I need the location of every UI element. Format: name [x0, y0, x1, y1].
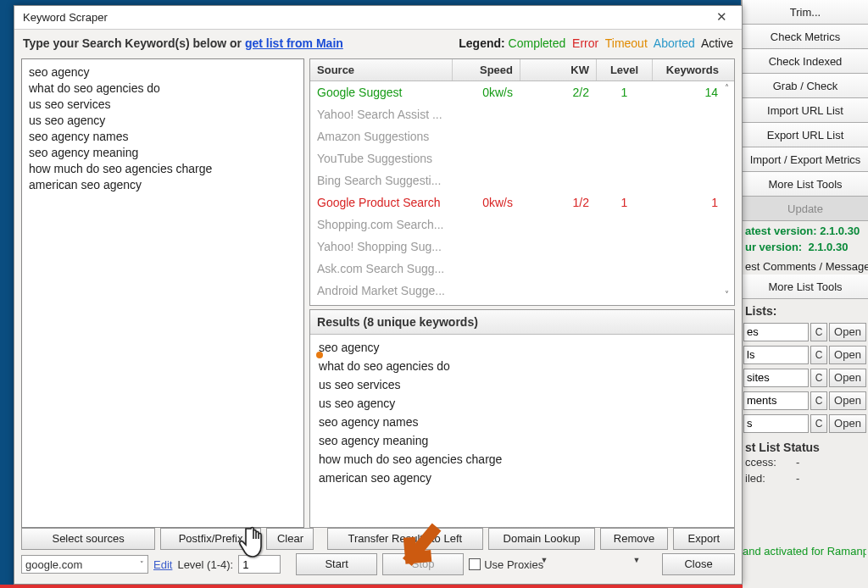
- bottom-red-bar: [0, 585, 743, 588]
- transfer-results-button[interactable]: Transfer Results to Left Side: [327, 528, 483, 550]
- stop-button[interactable]: Stop: [382, 553, 464, 575]
- use-proxies-checkbox[interactable]: Use Proxies: [469, 558, 543, 571]
- col-header-source[interactable]: Source: [310, 59, 453, 80]
- list-open-button[interactable]: Open: [829, 391, 866, 410]
- search-engine-combo[interactable]: google.com˅: [21, 555, 148, 574]
- list-file-input[interactable]: [743, 414, 809, 433]
- col-header-kw[interactable]: KW: [520, 59, 597, 80]
- clear-button[interactable]: Clear: [266, 528, 314, 550]
- comments-heading: est Comments / Messages: [742, 253, 868, 275]
- license-text: and activated for Ramanpr: [743, 545, 866, 557]
- lists-block: Lists: COpenCOpenCOpenCOpenCOpen: [742, 299, 868, 434]
- result-item[interactable]: american seo agency: [310, 469, 734, 487]
- source-row[interactable]: eBay Suggestions: [310, 302, 734, 303]
- more-list-tools2-button[interactable]: More List Tools: [742, 275, 868, 299]
- source-row[interactable]: Bing Search Suggesti...: [310, 169, 734, 191]
- scroll-up-icon[interactable]: ˄: [721, 83, 732, 95]
- source-row[interactable]: Android Market Sugge...: [310, 280, 734, 302]
- list-file-input[interactable]: [743, 346, 809, 364]
- list-file-row: COpen: [743, 367, 866, 388]
- source-row[interactable]: Google Product Search0kw/s1/211: [310, 191, 734, 214]
- source-row[interactable]: Yahoo! Shopping Sug...: [310, 236, 734, 258]
- export-button[interactable]: Export▼: [673, 528, 735, 550]
- dialog-bottom-bar: Select sources Postfix/Prefix Clear Tran…: [21, 528, 735, 579]
- chevron-down-icon: ▼: [633, 550, 641, 570]
- status-failed-value: -: [796, 472, 799, 485]
- import-export-metrics-button[interactable]: Import / Export Metrics: [742, 147, 868, 172]
- latest-version-label: atest version: 2.1.0.30: [742, 221, 868, 237]
- source-row[interactable]: Google Suggest0kw/s2/2114: [310, 81, 734, 103]
- select-sources-button[interactable]: Select sources: [21, 528, 155, 550]
- col-header-level[interactable]: Level: [597, 59, 653, 80]
- import-url-button[interactable]: Import URL List: [742, 98, 868, 123]
- result-item[interactable]: seo agency meaning: [310, 431, 734, 450]
- list-c-button[interactable]: C: [810, 323, 827, 341]
- list-c-button[interactable]: C: [810, 346, 827, 364]
- list-c-button[interactable]: C: [810, 369, 827, 387]
- your-version-label: ur version: 2.1.0.30: [742, 237, 868, 253]
- get-list-link[interactable]: get list from Main: [245, 36, 343, 50]
- results-header: Results (8 unique keywords): [310, 310, 734, 335]
- col-header-keywords[interactable]: Keywords: [653, 59, 734, 80]
- list-c-button[interactable]: C: [810, 391, 827, 410]
- source-row[interactable]: Amazon Suggestions: [310, 125, 734, 147]
- result-item[interactable]: us seo services: [310, 375, 734, 394]
- legend-aborted: Aborted: [654, 36, 695, 50]
- status-success-label: ccess:: [745, 456, 796, 469]
- list-open-button[interactable]: Open: [829, 414, 866, 433]
- result-item[interactable]: us seo agency: [310, 394, 734, 413]
- update-button[interactable]: Update: [742, 197, 868, 221]
- scroll-down-icon[interactable]: ˅: [721, 290, 732, 302]
- level-input[interactable]: [238, 555, 281, 574]
- result-item[interactable]: how much do seo agencies charge: [310, 450, 734, 469]
- remove-button[interactable]: Remove▼: [600, 528, 667, 550]
- prompt-text: Type your Search Keyword(s) below or get…: [23, 36, 343, 50]
- list-open-button[interactable]: Open: [829, 369, 866, 387]
- sources-grid: Source Speed KW Level Keywords ˄ ˅ Googl…: [309, 58, 735, 306]
- keywords-textarea[interactable]: [21, 58, 304, 528]
- dialog-title: Keyword Scraper: [23, 11, 704, 24]
- lists-heading: Lists:: [743, 299, 866, 321]
- checkbox-icon: [469, 558, 481, 570]
- list-file-row: COpen: [743, 344, 866, 365]
- result-item[interactable]: seo agency names: [310, 413, 734, 431]
- level-label: Level (1-4):: [177, 558, 233, 571]
- status-heading: st List Status: [745, 441, 865, 454]
- close-icon[interactable]: ✕: [704, 8, 738, 28]
- grab-check-button[interactable]: Grab / Check: [742, 74, 868, 98]
- list-c-button[interactable]: C: [810, 414, 827, 433]
- col-header-speed[interactable]: Speed: [453, 59, 520, 80]
- more-list-tools-button[interactable]: More List Tools: [742, 172, 868, 197]
- legend-active: Active: [701, 36, 733, 50]
- export-url-button[interactable]: Export URL List: [742, 123, 868, 147]
- check-indexed-button[interactable]: Check Indexed: [742, 49, 868, 74]
- list-file-input[interactable]: [743, 323, 809, 341]
- marker-dot-icon: [316, 352, 323, 358]
- source-row[interactable]: Shopping.com Search...: [310, 214, 734, 236]
- keyword-scraper-dialog: Keyword Scraper ✕ Type your Search Keywo…: [14, 5, 743, 585]
- titlebar: Keyword Scraper ✕: [14, 6, 742, 30]
- source-row[interactable]: Yahoo! Search Assist ...: [310, 103, 734, 125]
- close-button[interactable]: Close: [662, 553, 735, 575]
- result-item[interactable]: what do seo agencies do: [310, 357, 734, 375]
- source-row[interactable]: YouTube Suggestions: [310, 147, 734, 169]
- legend-timeout: Timeout: [605, 36, 648, 50]
- domain-lookup-button[interactable]: Domain Lookup▼: [488, 528, 596, 550]
- edit-link[interactable]: Edit: [153, 558, 172, 571]
- results-panel: Results (8 unique keywords) seo agencywh…: [309, 309, 735, 528]
- start-button[interactable]: Start: [296, 553, 377, 575]
- status-failed-label: iled:: [745, 472, 796, 485]
- postfix-prefix-button[interactable]: Postfix/Prefix: [160, 528, 261, 550]
- list-open-button[interactable]: Open: [829, 323, 866, 341]
- legend-completed: Completed: [509, 36, 566, 50]
- result-item[interactable]: seo agency: [310, 338, 734, 357]
- list-file-input[interactable]: [743, 369, 809, 387]
- status-success-value: -: [796, 456, 799, 469]
- check-metrics-button[interactable]: Check Metrics: [742, 25, 868, 49]
- list-file-row: COpen: [743, 321, 866, 342]
- list-open-button[interactable]: Open: [829, 346, 866, 364]
- source-row[interactable]: Ask.com Search Sugg...: [310, 258, 734, 280]
- list-file-row: COpen: [743, 390, 866, 411]
- list-file-input[interactable]: [743, 391, 809, 410]
- trim-button[interactable]: Trim...: [742, 0, 868, 25]
